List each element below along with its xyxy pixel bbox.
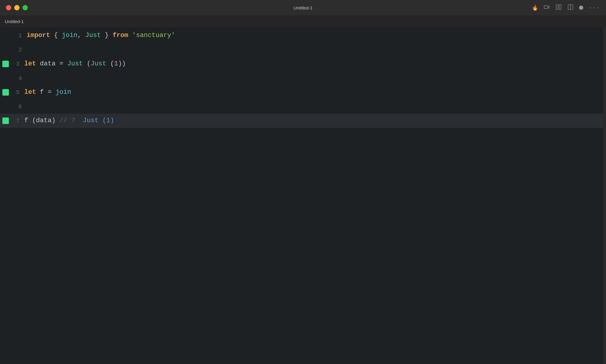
status-dot-icon (579, 6, 583, 10)
line-number-3: 3 (9, 61, 24, 67)
run-indicator-5 (2, 89, 9, 96)
table-row: 6 (0, 99, 603, 114)
minimize-button[interactable] (14, 5, 20, 10)
table-row: 1 import { join, Just } from 'sanctuary' (0, 28, 603, 43)
run-indicator-7 (2, 117, 9, 124)
flame-icon[interactable]: 🔥 (532, 4, 538, 11)
table-row: 4 (0, 71, 603, 85)
line-number-4: 4 (9, 75, 27, 82)
table-row: 2 (0, 43, 603, 57)
table-row: 3 let data = Just (Just (1)) (0, 57, 603, 71)
split-icon[interactable] (567, 4, 574, 12)
title-bar: Untitled-1 🔥 ··· (0, 0, 606, 15)
tab-bar: Untitled-1 (0, 15, 606, 27)
run-indicator-3 (2, 61, 9, 67)
broadcast-icon[interactable] (544, 4, 550, 12)
code-line-7[interactable]: f (data) // ? Just (1) (24, 114, 603, 128)
columns-icon[interactable] (555, 4, 562, 12)
line-number-1: 1 (9, 32, 27, 39)
table-row: 7 f (data) // ? Just (1) (0, 114, 603, 128)
line-number-7: 7 (9, 117, 24, 124)
close-button[interactable] (6, 5, 11, 10)
scrollbar[interactable] (603, 27, 606, 364)
window-title: Untitled-1 (294, 5, 312, 10)
maximize-button[interactable] (22, 5, 28, 10)
code-line-3[interactable]: let data = Just (Just (1)) (24, 57, 126, 71)
svg-rect-0 (544, 6, 548, 8)
line-number-5: 5 (9, 89, 24, 96)
svg-rect-1 (556, 4, 558, 9)
line-number-2: 2 (9, 46, 27, 53)
traffic-lights (6, 5, 28, 10)
table-row: 5 let f = join (0, 85, 603, 99)
toolbar-actions: 🔥 ··· (532, 4, 600, 12)
editor-container: 1 import { join, Just } from 'sanctuary'… (0, 27, 606, 364)
code-line-1[interactable]: import { join, Just } from 'sanctuary' (27, 28, 175, 43)
line-number-6: 6 (9, 103, 27, 110)
svg-rect-2 (559, 4, 561, 9)
code-line-5[interactable]: let f = join (24, 85, 71, 99)
tab-label[interactable]: Untitled-1 (5, 19, 24, 24)
more-options-icon[interactable]: ··· (589, 4, 600, 11)
